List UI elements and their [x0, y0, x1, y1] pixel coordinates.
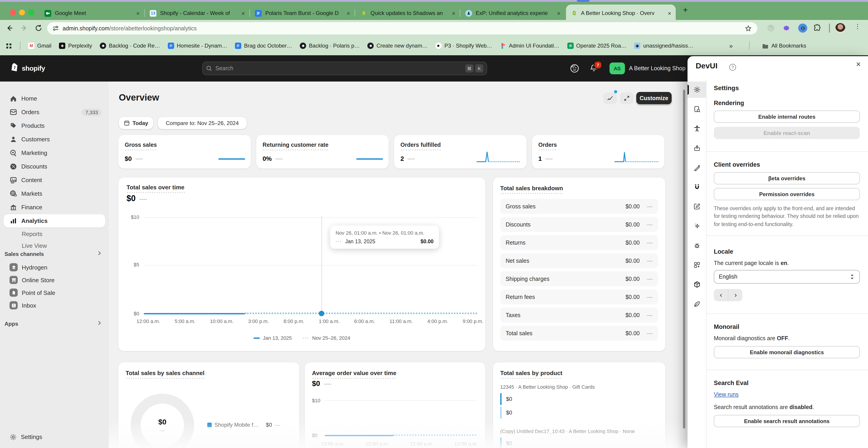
sidebar-item-markets[interactable]: Markets	[4, 187, 105, 200]
bookmark-figma[interactable]: Admin UI Foundati…	[500, 43, 559, 49]
maximize-window-button[interactable]	[28, 9, 34, 15]
new-tab-button[interactable]: +	[683, 5, 688, 15]
devui-close-icon[interactable]: ×	[856, 60, 861, 69]
bookmarks-overflow-icon[interactable]: »	[729, 42, 733, 49]
chevron-right-icon[interactable]	[96, 320, 102, 326]
rail-accessibility-tab[interactable]	[687, 120, 706, 137]
metric-card-returning-rate[interactable]: Returning customer rate 0%—	[256, 135, 389, 169]
bookmark-homesite[interactable]: Homesite - Dynam…	[168, 43, 227, 49]
close-tab-icon[interactable]: ×	[347, 10, 350, 16]
sidebar-item-products[interactable]: Products	[4, 119, 105, 132]
sidebar-channel-pos[interactable]: Point of Sale	[4, 286, 105, 299]
sidebar-channel-hydrogen[interactable]: Hydrogen	[4, 261, 105, 274]
profile-avatar[interactable]	[835, 23, 845, 33]
close-tab-icon[interactable]: ×	[452, 10, 455, 16]
metric-card-orders[interactable]: Orders 1—	[532, 135, 664, 169]
next-locale-button[interactable]	[728, 289, 742, 301]
metric-card-orders-fulfilled[interactable]: Orders fulfilled 2—	[394, 135, 527, 169]
enable-annotations-button[interactable]: Enable search result annotations	[714, 415, 860, 427]
metric-card-gross-sales[interactable]: Gross sales $0—	[118, 135, 251, 169]
customize-button[interactable]: Customize	[636, 92, 672, 104]
store-menu[interactable]: AS A Better Looking Shop	[610, 63, 685, 74]
chevron-right-icon[interactable]	[96, 250, 102, 256]
sidebar-item-reports[interactable]: Reports	[4, 228, 105, 240]
sidebar-item-settings[interactable]: Settings	[4, 430, 105, 444]
fullscreen-button[interactable]	[620, 93, 633, 104]
onepassword-icon[interactable]	[798, 24, 807, 33]
sidebar-item-home[interactable]: Home	[4, 92, 105, 105]
beta-overrides-button[interactable]: βeta overrides	[714, 172, 860, 184]
rail-deploy-tab[interactable]	[687, 140, 706, 156]
rail-bug-tab[interactable]	[687, 237, 706, 254]
breakdown-row[interactable]: Returns$0.00—	[500, 235, 658, 250]
close-tab-icon[interactable]: ×	[136, 10, 140, 16]
sidebar-item-marketing[interactable]: Marketing	[4, 146, 105, 160]
omnibox[interactable]: admin.shopify.com/store/abetterlookingsh…	[47, 22, 757, 34]
extension-radar-icon[interactable]	[767, 25, 775, 32]
shopify-logo[interactable]: shopify	[9, 63, 45, 73]
tab-polaris-doc[interactable]: Polaris Team Burst - Google D ×	[250, 6, 354, 20]
total-sales-chart-card[interactable]: Total sales over time $0— $10 $5 $0 Nov …	[118, 178, 485, 351]
enable-monorail-button[interactable]: Enable monorail diagnostics	[714, 346, 860, 358]
breakdown-row[interactable]: Total sales$0.00—	[500, 326, 658, 341]
breakdown-row[interactable]: Taxes$0.00—	[500, 308, 658, 322]
close-tab-icon[interactable]: ×	[557, 10, 560, 16]
rail-theme-tab[interactable]	[687, 160, 706, 176]
bookmark-brag-doc[interactable]: Brag doc October…	[235, 43, 292, 49]
prev-locale-button[interactable]	[714, 289, 728, 301]
back-icon[interactable]	[5, 24, 13, 32]
locale-select[interactable]: English	[714, 270, 860, 283]
bookmark-unassigned[interactable]: ◆unassigned/hasiss…	[634, 43, 693, 49]
tab-google-meet[interactable]: Google Meet ×	[40, 6, 144, 20]
sidebar-item-analytics[interactable]: Analytics	[4, 214, 105, 228]
bookmark-create-dynamic[interactable]: Create new dynam…	[367, 43, 427, 49]
help-icon[interactable]: ?	[729, 64, 736, 71]
tab-shadows[interactable]: Quick updates to Shadows an ×	[355, 6, 460, 20]
rail-magnet-tab[interactable]	[687, 179, 706, 195]
sidebar-item-orders[interactable]: Orders7,333	[4, 106, 105, 119]
breakdown-row[interactable]: Return fees$0.00—	[500, 289, 658, 304]
rail-editor-tab[interactable]	[687, 198, 706, 215]
bookmark-sheets[interactable]: Operate 2025 Roa…	[567, 43, 626, 49]
global-search-input[interactable]: Search ⌘ K	[202, 62, 487, 75]
rail-blocks-tab[interactable]	[687, 257, 706, 273]
extension-purple-icon[interactable]	[783, 25, 790, 32]
sidebar-item-live-view[interactable]: Live View	[4, 240, 105, 251]
anomaly-insights-button[interactable]	[603, 93, 617, 104]
browser-menu-icon[interactable]: ⋮	[855, 23, 861, 30]
rail-inspector-tab[interactable]	[687, 101, 706, 117]
view-runs-link[interactable]: View runs	[714, 391, 739, 398]
rail-settings-tab[interactable]	[687, 81, 706, 98]
close-tab-icon[interactable]: ×	[242, 10, 245, 16]
date-range-button[interactable]: Today	[119, 117, 153, 129]
sidebar-item-customers[interactable]: Customers	[4, 133, 105, 146]
compare-button[interactable]: Compare to: Nov 25–26, 2024	[158, 117, 247, 129]
breakdown-row[interactable]: Net sales$0.00—	[500, 253, 658, 268]
rail-leaf-tab[interactable]	[687, 296, 706, 312]
rail-sparkle-tab[interactable]	[687, 218, 706, 234]
tab-exp[interactable]: ExP: Unified analytics experie ×	[461, 6, 565, 20]
rail-package-tab[interactable]	[687, 276, 706, 292]
all-bookmarks-button[interactable]: All Bookmarks	[762, 43, 806, 49]
bookmark-p3-shopify[interactable]: P3 · Shopify Web…	[435, 43, 492, 49]
main-scrollbar-thumb[interactable]	[683, 90, 685, 428]
close-tab-icon[interactable]: ×	[668, 10, 671, 16]
sidekick-icon[interactable]	[569, 63, 580, 73]
sidebar-item-discounts[interactable]: Discounts	[4, 160, 105, 173]
bookmark-gmail[interactable]: MGmail	[28, 43, 52, 49]
bookmark-backlog-code[interactable]: Backlog · Code Re…	[100, 43, 160, 49]
breakdown-row[interactable]: Shipping charges$0.00—	[500, 271, 658, 286]
forward-icon[interactable]	[20, 24, 28, 32]
bookmark-star-icon[interactable]	[745, 25, 752, 32]
sidebar-channel-online-store[interactable]: Online Store	[4, 274, 105, 286]
breakdown-row[interactable]: Discounts$0.00—	[500, 217, 658, 232]
sidebar-channel-inbox[interactable]: Inbox	[4, 299, 105, 312]
reload-icon[interactable]	[34, 24, 43, 32]
minimize-window-button[interactable]	[19, 9, 25, 15]
sidebar-item-content[interactable]: Content	[4, 173, 105, 186]
donut-legend-item[interactable]: Shopify Mobile f… $0 —	[207, 422, 280, 428]
site-settings-icon[interactable]	[52, 25, 59, 32]
notifications-button[interactable]: 7	[590, 64, 598, 73]
tab-active-shop-overview[interactable]: A Better Looking Shop · Overv ×	[566, 4, 676, 22]
tab-calendar[interactable]: 13 Shopify - Calendar - Week of ×	[145, 6, 249, 20]
